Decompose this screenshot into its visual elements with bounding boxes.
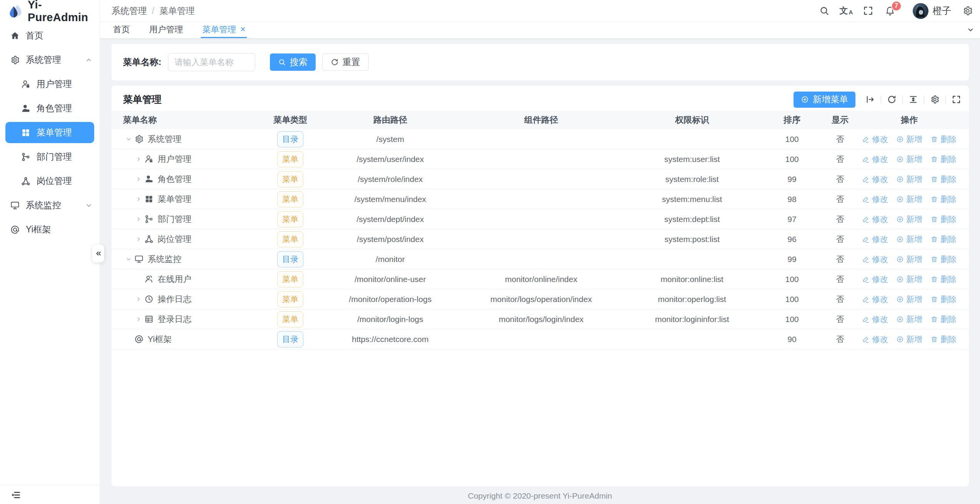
tree-toggle-icon[interactable] [123, 334, 134, 345]
sidebar-item-depts[interactable]: 部门管理 [0, 145, 100, 169]
add-link[interactable]: 新增 [896, 174, 922, 185]
search-icon[interactable] [819, 5, 830, 16]
tab-menus[interactable]: 菜单管理 × [201, 22, 247, 38]
tree-toggle-icon[interactable] [133, 214, 144, 225]
delete-link[interactable]: 删除 [930, 214, 957, 225]
row-height-icon[interactable] [908, 95, 918, 104]
settings-gear-icon[interactable] [962, 5, 973, 16]
add-link[interactable]: 新增 [896, 234, 922, 245]
edit-link-label: 修改 [872, 274, 888, 285]
menu-fold-icon[interactable] [11, 490, 21, 500]
expand-toggle-icon[interactable] [865, 95, 875, 104]
sidebar-item-system[interactable]: 系统管理 [0, 48, 100, 72]
actions-cell: 修改 新增 删除 [850, 274, 969, 285]
search-icon [278, 58, 286, 66]
edit-link[interactable]: 修改 [862, 194, 888, 205]
tree-toggle-icon[interactable] [123, 254, 134, 265]
table-row[interactable]: 系统管理 目录 /system 100 否 修改 [111, 129, 969, 149]
add-link[interactable]: 新增 [896, 214, 922, 225]
table-row[interactable]: 部门管理 菜单 /system/dept/index system:dept:l… [111, 209, 969, 229]
delete-link[interactable]: 删除 [930, 274, 957, 285]
add-link[interactable]: 新增 [896, 294, 922, 305]
fullscreen-icon[interactable] [863, 5, 874, 16]
delete-link[interactable]: 删除 [930, 174, 957, 185]
edit-link[interactable]: 修改 [862, 334, 888, 345]
edit-link[interactable]: 修改 [862, 234, 888, 245]
delete-link[interactable]: 删除 [930, 294, 957, 305]
add-link[interactable]: 新增 [896, 314, 922, 325]
translate-icon[interactable]: 文A [841, 5, 852, 16]
tree-toggle-icon[interactable] [133, 234, 144, 245]
edit-link[interactable]: 修改 [862, 274, 888, 285]
sidebar-item-monitor[interactable]: 系统监控 [0, 193, 100, 217]
sidebar-item-home[interactable]: 首页 [0, 23, 100, 48]
table-row[interactable]: 角色管理 菜单 /system/role/index system:role:l… [111, 169, 969, 189]
card-toolbar: 新增菜单 [794, 92, 961, 108]
breadcrumb-item-current: 菜单管理 [159, 5, 195, 17]
tab-home[interactable]: 首页 [111, 22, 131, 38]
tree-toggle-icon[interactable] [133, 314, 144, 325]
add-link[interactable]: 新增 [896, 274, 922, 285]
add-link[interactable]: 新增 [896, 254, 922, 265]
edit-link-label: 修改 [872, 134, 888, 145]
table-row[interactable]: 菜单管理 菜单 /system/menu/index system:menu:l… [111, 189, 969, 209]
sidebar-item-yi-framework[interactable]: Yi框架 [0, 217, 100, 242]
tree-toggle-icon[interactable] [133, 294, 144, 305]
delete-link[interactable]: 删除 [930, 154, 957, 165]
delete-link[interactable]: 删除 [930, 314, 957, 325]
user-menu[interactable]: 橙子 [913, 3, 951, 19]
edit-link[interactable]: 修改 [862, 214, 888, 225]
tree-toggle-icon[interactable] [133, 174, 144, 185]
menu-name-input[interactable] [168, 53, 255, 71]
actions-cell: 修改 新增 删除 [850, 254, 969, 265]
reset-button[interactable]: 重置 [322, 53, 369, 71]
breadcrumb-item[interactable]: 系统管理 [111, 5, 147, 17]
column-settings-icon[interactable] [930, 95, 940, 104]
sidebar-collapse-button[interactable] [92, 245, 104, 262]
tree-toggle-icon[interactable] [133, 154, 144, 165]
delete-link[interactable]: 删除 [930, 194, 957, 205]
table-row[interactable]: 登录日志 菜单 /monitor/login-logs monitor/logs… [111, 309, 969, 329]
table-fullscreen-icon[interactable] [952, 95, 961, 104]
edit-pencil-icon [862, 175, 870, 183]
edit-link[interactable]: 修改 [862, 294, 888, 305]
delete-link[interactable]: 删除 [930, 334, 957, 345]
tree-toggle-icon[interactable] [133, 194, 144, 205]
edit-link[interactable]: 修改 [862, 154, 888, 165]
add-link[interactable]: 新增 [896, 194, 922, 205]
tabs-more-button[interactable] [961, 22, 980, 37]
add-link[interactable]: 新增 [896, 154, 922, 165]
sidebar-item-roles[interactable]: 角色管理 [0, 96, 100, 120]
refresh-icon[interactable] [887, 95, 897, 104]
tab-users[interactable]: 用户管理 [148, 22, 185, 38]
edit-link[interactable]: 修改 [862, 174, 888, 185]
table-row[interactable]: 用户管理 菜单 /system/user/index system:user:l… [111, 149, 969, 169]
sidebar-item-posts[interactable]: 岗位管理 [0, 169, 100, 193]
table-row[interactable]: 操作日志 菜单 /monitor/operation-logs monitor/… [111, 289, 969, 309]
edit-link[interactable]: 修改 [862, 134, 888, 145]
delete-link[interactable]: 删除 [930, 234, 957, 245]
plus-circle-icon [896, 215, 904, 223]
add-menu-button-label: 新增菜单 [813, 93, 848, 105]
add-link[interactable]: 新增 [896, 134, 922, 145]
add-link[interactable]: 新增 [896, 334, 922, 345]
delete-link[interactable]: 删除 [930, 254, 957, 265]
table-row[interactable]: 在线用户 菜单 /monitor/online-user monitor/onl… [111, 269, 969, 289]
edit-link[interactable]: 修改 [862, 254, 888, 265]
tree-toggle-icon[interactable] [123, 134, 134, 145]
app-logo[interactable]: Yi-PureAdmin [0, 0, 100, 22]
table-row[interactable]: 岗位管理 菜单 /system/post/index system:post:l… [111, 229, 969, 249]
search-button[interactable]: 搜索 [270, 53, 316, 71]
table-row[interactable]: 系统监控 目录 /monitor 99 否 修改 [111, 249, 969, 269]
table-row[interactable]: Yi框架 目录 https://ccnetcore.com 90 否 [111, 329, 969, 349]
close-icon[interactable]: × [240, 25, 245, 34]
menu-name: 系统管理 [148, 134, 181, 145]
delete-link[interactable]: 删除 [930, 134, 957, 145]
edit-link[interactable]: 修改 [862, 314, 888, 325]
branch-icon [21, 152, 31, 162]
sidebar-item-menus[interactable]: 菜单管理 [5, 122, 94, 143]
edit-link-label: 修改 [872, 294, 888, 305]
sidebar-item-users[interactable]: 用户管理 [0, 72, 100, 96]
tree-toggle-icon[interactable] [133, 274, 144, 285]
add-menu-button[interactable]: 新增菜单 [794, 92, 855, 108]
